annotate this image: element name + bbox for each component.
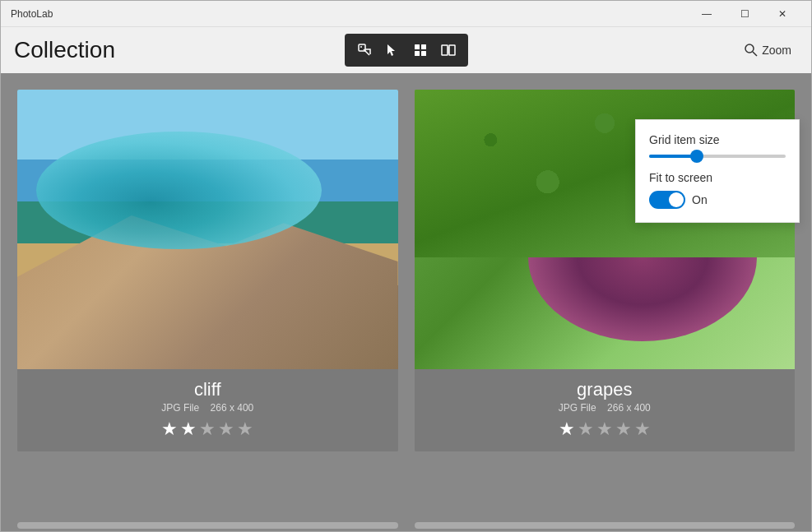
- photo-info-grapes: grapes JPG File 266 x 400 ★ ★ ★ ★ ★: [415, 369, 796, 451]
- fit-screen-toggle-row: On: [649, 191, 786, 209]
- content-area: cliff JPG File 266 x 400 ★ ★ ★ ★ ★: [1, 73, 811, 520]
- svg-rect-5: [415, 51, 420, 56]
- app-window: PhotoLab — ☐ ✕ Collection: [0, 0, 812, 532]
- scroll-track-right[interactable]: [415, 522, 796, 529]
- photo-card-cliff[interactable]: cliff JPG File 266 x 400 ★ ★ ★ ★ ★: [17, 90, 398, 451]
- bottom-scroll-row: [1, 520, 811, 531]
- app-title: PhotoLab: [11, 8, 688, 20]
- zoom-label: Zoom: [762, 44, 791, 57]
- fit-screen-toggle[interactable]: [649, 191, 685, 209]
- svg-line-11: [753, 52, 757, 56]
- close-button[interactable]: ✕: [763, 1, 801, 27]
- photo-info-cliff: cliff JPG File 266 x 400 ★ ★ ★ ★ ★: [17, 369, 398, 451]
- compare-icon[interactable]: [437, 39, 460, 62]
- toolbar-icons-group: [345, 34, 468, 67]
- grid-size-slider[interactable]: [690, 150, 703, 163]
- star-5[interactable]: ★: [237, 419, 253, 440]
- slider-track: [649, 155, 786, 158]
- svg-rect-8: [449, 45, 455, 55]
- title-bar: PhotoLab — ☐ ✕: [1, 1, 811, 27]
- svg-rect-6: [421, 51, 426, 56]
- window-controls: — ☐ ✕: [688, 1, 801, 27]
- maximize-button[interactable]: ☐: [726, 1, 763, 27]
- rating-cliff[interactable]: ★ ★ ★ ★ ★: [24, 419, 392, 440]
- svg-rect-3: [415, 44, 420, 49]
- star-4[interactable]: ★: [218, 419, 234, 440]
- svg-rect-7: [442, 45, 448, 55]
- star-3[interactable]: ★: [596, 419, 613, 440]
- toolbar: Collection: [1, 27, 811, 73]
- star-5[interactable]: ★: [634, 419, 651, 440]
- zoom-button[interactable]: Zoom: [737, 39, 798, 61]
- page-title: Collection: [14, 37, 115, 63]
- minimize-button[interactable]: —: [688, 1, 726, 27]
- svg-line-2: [364, 49, 369, 55]
- svg-point-10: [745, 44, 754, 53]
- svg-rect-4: [421, 44, 426, 49]
- scroll-track-left[interactable]: [17, 522, 398, 529]
- grid-size-slider-container: [649, 155, 786, 158]
- cliff-image-art: [17, 90, 398, 369]
- photo-name-cliff: cliff: [24, 379, 392, 400]
- grid-size-label: Grid item size: [649, 133, 786, 146]
- star-4[interactable]: ★: [615, 419, 632, 440]
- grid-icon[interactable]: [409, 39, 432, 62]
- photo-image-cliff: [17, 90, 398, 369]
- star-1[interactable]: ★: [161, 419, 178, 440]
- photo-meta-cliff: JPG File 266 x 400: [24, 402, 392, 414]
- zoom-popup: Grid item size Fit to screen On: [635, 119, 800, 223]
- select-icon[interactable]: [381, 39, 404, 62]
- star-2[interactable]: ★: [180, 419, 197, 440]
- rating-grapes[interactable]: ★ ★ ★ ★ ★: [421, 419, 789, 440]
- star-1[interactable]: ★: [559, 419, 575, 440]
- star-2[interactable]: ★: [578, 419, 594, 440]
- toggle-knob: [669, 192, 684, 207]
- photo-meta-grapes: JPG File 266 x 400: [421, 402, 789, 414]
- svg-point-1: [360, 46, 362, 48]
- tag-icon[interactable]: [353, 39, 376, 62]
- photo-name-grapes: grapes: [421, 379, 789, 400]
- zoom-icon: [744, 43, 759, 58]
- toggle-state-label: On: [692, 193, 708, 206]
- star-3[interactable]: ★: [199, 419, 216, 440]
- fit-screen-label: Fit to screen: [649, 171, 786, 184]
